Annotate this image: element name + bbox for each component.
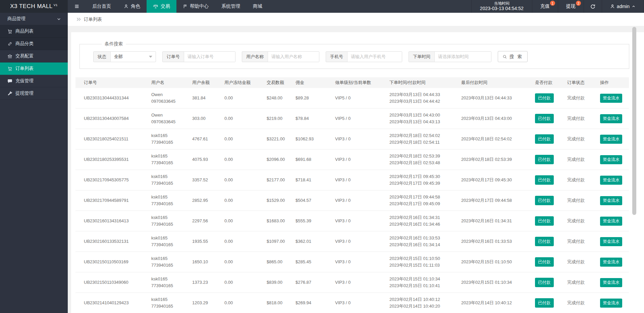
double-chevron-right-icon: [76, 17, 81, 21]
user-name: Owen: [151, 91, 187, 98]
user-frozen: 0.00: [224, 300, 233, 305]
order-time: 2023年03月13日 04:43:00: [389, 112, 456, 119]
nav-item-system[interactable]: 系统管理: [215, 0, 247, 13]
paid-status-badge: 已付款: [535, 278, 554, 287]
funds-flow-button[interactable]: 资金流水: [600, 258, 622, 267]
funds-flow-button[interactable]: 资金流水: [600, 135, 622, 144]
col-order-no: 订单号: [75, 77, 149, 88]
col-amount: 交易数额: [264, 77, 293, 88]
funds-flow-button[interactable]: 资金流水: [600, 217, 622, 226]
last-pay-time: 2023年02月17日 09:45:30: [461, 177, 512, 182]
flag-icon: [183, 4, 187, 9]
nav-item-trade[interactable]: 交易: [147, 0, 176, 13]
funds-flow-button[interactable]: 资金流水: [600, 94, 622, 103]
search-button[interactable]: 搜 索: [498, 51, 528, 62]
order-time-input[interactable]: [435, 52, 491, 62]
table-row: UB2302180253395531 ksk0165 773940165 407…: [75, 149, 629, 170]
order-no-input[interactable]: [184, 52, 235, 62]
sidebar-toggle-button[interactable]: [68, 0, 86, 13]
status-label: 状态: [94, 52, 111, 62]
commission: $691.68: [296, 157, 311, 162]
paid-status-badge: 已付款: [535, 216, 554, 226]
pay-time: 2023年02月16日 01:34:14: [389, 241, 456, 248]
funds-flow-button[interactable]: 资金流水: [600, 237, 622, 246]
sidebar-item-product-category[interactable]: 商品分类: [0, 38, 68, 50]
order-time: 2023年02月17日 09:45:30: [389, 173, 456, 180]
trade-amount: $1097.00: [267, 239, 285, 244]
trade-amount: $219.00: [267, 116, 282, 121]
user-menu[interactable]: admin: [602, 0, 644, 13]
page-title: 订单列表: [84, 16, 102, 23]
table-row: UB2302160133532131 ksk0165 773940165 193…: [75, 231, 629, 252]
withdraw-button[interactable]: 提现 2: [558, 0, 584, 13]
user-frozen: 0.00: [224, 95, 233, 100]
pay-time: 2023年03月13日 04:43:13: [389, 119, 456, 125]
refresh-icon: [590, 4, 596, 9]
bank-icon: [7, 54, 12, 59]
vertical-scrollbar-thumb[interactable]: [632, 27, 636, 215]
user-name: ksk0165: [151, 235, 187, 241]
vip-level: VIP3 / 0: [335, 300, 351, 305]
user-account: 773940165: [151, 262, 187, 269]
filter-legend: 条件搜索: [102, 41, 126, 47]
vip-level: VIP3 / 0: [335, 259, 351, 264]
nav-item-role[interactable]: 角色: [117, 0, 147, 13]
sidebar: 商品管理 商品列表 商品分类 交易配置 订单列表 充值管理 提现管理: [0, 13, 68, 313]
user-balance: 1373.23: [192, 280, 208, 285]
trade-amount: $1529.00: [267, 198, 285, 203]
user-name: Owen: [151, 112, 187, 119]
app-logo-text: X3 TECH MALL: [10, 3, 53, 10]
pay-time: 2023年03月13日 04:44:42: [389, 98, 456, 105]
funds-flow-button[interactable]: 资金流水: [600, 299, 622, 308]
phone-input[interactable]: [347, 52, 402, 62]
sidebar-item-order-list[interactable]: 订单列表: [0, 62, 68, 75]
order-no: UB2303130444331344: [84, 95, 129, 100]
recharge-button[interactable]: 充值 1: [532, 0, 558, 13]
order-time: 2023年02月17日 09:44:58: [389, 194, 456, 200]
vip-level: VIP3 / 0: [335, 239, 351, 244]
funds-flow-button[interactable]: 资金流水: [600, 176, 622, 185]
col-user-name: 用户名: [149, 77, 190, 88]
funds-flow-button[interactable]: 资金流水: [600, 278, 622, 287]
chevron-down-icon: [57, 17, 61, 21]
vip-level: VIP3 / 0: [335, 136, 351, 141]
sidebar-item-recharge-management[interactable]: 充值管理: [0, 75, 68, 87]
sidebar-group-product-management[interactable]: 商品管理: [0, 13, 68, 25]
app-logo: X3 TECH MALL V1: [0, 0, 68, 13]
username-input[interactable]: [268, 52, 319, 62]
user-icon: [124, 4, 128, 9]
status-filter-group: 状态 全部: [93, 51, 156, 62]
user-account: 773940165: [151, 160, 187, 166]
refresh-button[interactable]: [584, 0, 602, 13]
nav-item-help[interactable]: 帮助中心: [176, 0, 215, 13]
col-actions: 操作: [597, 77, 629, 88]
user-account: 0970633645: [151, 98, 187, 105]
order-time: 2023年02月18日 02:54:02: [389, 132, 456, 139]
table-row: UB2302150110349060 ksk0165 773940165 137…: [75, 272, 629, 293]
table-row: UB2302141040129423 ksk0165 773940165 120…: [75, 293, 629, 313]
caret-down-icon: [149, 56, 152, 58]
order-time: 2023年02月15日 01:10:34: [389, 276, 456, 282]
nav-item-home[interactable]: 后台首页: [86, 0, 117, 13]
order-status: 完成付款: [567, 157, 585, 162]
last-pay-time: 2023年02月16日 01:34:31: [461, 218, 512, 223]
status-select[interactable]: 全部: [111, 52, 156, 62]
pay-time: 2023年02月15日 01:11:03: [389, 262, 456, 269]
sidebar-item-trade-config[interactable]: 交易配置: [0, 50, 68, 62]
pay-time: 2023年02月16日 01:34:46: [389, 221, 456, 228]
user-frozen: 0.00: [224, 280, 233, 285]
trade-amount: $865.00: [267, 259, 282, 264]
paid-status-badge: 已付款: [535, 155, 554, 164]
order-no: UB2302180253395531: [84, 157, 129, 162]
sidebar-item-withdraw-management[interactable]: 提现管理: [0, 87, 68, 100]
funds-flow-button[interactable]: 资金流水: [600, 155, 622, 164]
username-filter-group: 用户名称: [242, 51, 319, 62]
user-frozen: 0.00: [224, 116, 233, 121]
funds-flow-button[interactable]: 资金流水: [600, 114, 622, 123]
last-pay-time: 2023年02月15日 01:10:34: [461, 280, 512, 285]
nav-item-mall[interactable]: 商城: [247, 0, 269, 13]
sidebar-item-product-list[interactable]: 商品列表: [0, 25, 68, 38]
last-pay-time: 2023年03月13日 04:43:00: [461, 116, 512, 121]
order-no: UB2302150110503169: [84, 259, 128, 264]
funds-flow-button[interactable]: 资金流水: [600, 196, 622, 205]
